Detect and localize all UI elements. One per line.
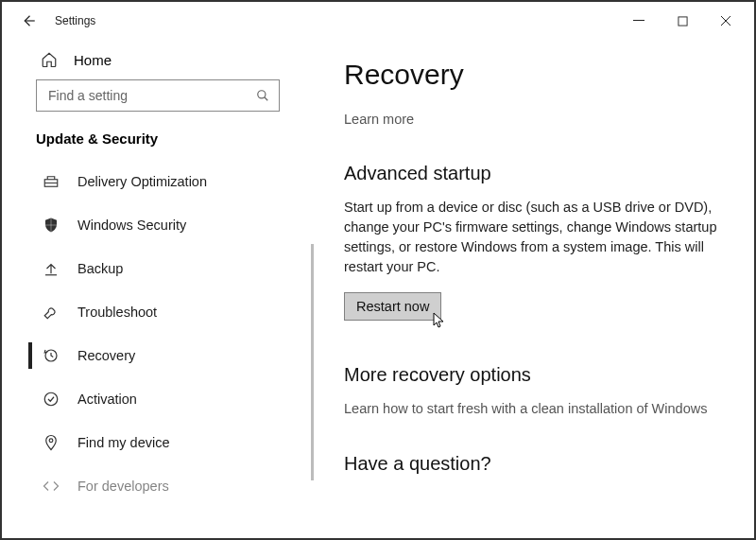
maximize-button[interactable] <box>662 6 703 36</box>
sidebar-item-backup[interactable]: Backup <box>2 247 314 290</box>
svg-rect-1 <box>678 16 686 25</box>
sidebar-item-windows-security[interactable]: Windows Security <box>2 203 314 247</box>
content-pane: Recovery Learn more Advanced startup Sta… <box>314 40 754 538</box>
svg-rect-0 <box>633 20 644 21</box>
sidebar-item-find-my-device[interactable]: Find my device <box>2 421 314 464</box>
shield-icon <box>42 217 60 234</box>
search-box[interactable] <box>36 79 280 112</box>
restart-now-label: Restart now <box>356 299 429 314</box>
maximize-icon <box>678 16 688 26</box>
more-recovery-body[interactable]: Learn how to start fresh with a clean in… <box>344 399 720 419</box>
backup-icon <box>42 260 60 277</box>
window-title: Settings <box>55 14 95 27</box>
sidebar-item-label: Activation <box>77 392 137 407</box>
home-icon <box>40 51 59 68</box>
more-recovery-heading: More recovery options <box>344 364 731 386</box>
sidebar-item-delivery-optimization[interactable]: Delivery Optimization <box>2 160 314 203</box>
sidebar-item-label: Recovery <box>77 348 135 363</box>
sidebar-item-for-developers[interactable]: For developers <box>2 464 314 508</box>
advanced-startup-body: Start up from a device or disc (such as … <box>344 198 720 277</box>
home-nav-item[interactable]: Home <box>2 40 314 79</box>
sidebar-item-label: For developers <box>77 479 169 494</box>
search-input[interactable] <box>46 87 256 104</box>
minimize-button[interactable] <box>618 6 660 36</box>
back-arrow-icon <box>20 12 37 29</box>
sidebar-item-label: Find my device <box>77 435 170 450</box>
titlebar: Settings <box>2 2 754 40</box>
question-heading: Have a question? <box>344 453 731 475</box>
search-icon <box>256 89 269 102</box>
advanced-startup-heading: Advanced startup <box>344 163 731 184</box>
cursor-icon <box>433 312 446 329</box>
wrench-icon <box>42 304 60 321</box>
restart-now-button[interactable]: Restart now <box>344 292 441 321</box>
sidebar-item-label: Troubleshoot <box>77 305 157 320</box>
location-icon <box>42 434 60 451</box>
recovery-icon <box>42 347 60 364</box>
window-controls <box>618 6 747 36</box>
sidebar-item-troubleshoot[interactable]: Troubleshoot <box>2 290 314 334</box>
sidebar-item-label: Backup <box>77 261 123 276</box>
selection-indicator <box>28 342 32 369</box>
developers-icon <box>42 478 60 495</box>
nav-list: Delivery Optimization Windows Security B… <box>2 160 314 508</box>
sidebar-item-recovery[interactable]: Recovery <box>2 334 314 377</box>
svg-point-2 <box>258 91 266 98</box>
sidebar-item-activation[interactable]: Activation <box>2 377 314 421</box>
close-button[interactable] <box>705 6 747 36</box>
home-label: Home <box>74 52 112 68</box>
learn-more-link[interactable]: Learn more <box>344 112 731 127</box>
back-button[interactable] <box>9 2 47 40</box>
svg-point-6 <box>49 439 53 443</box>
category-heading: Update & Security <box>2 131 314 160</box>
minimize-icon <box>633 15 644 26</box>
activation-icon <box>42 391 60 408</box>
delivery-icon <box>42 173 60 190</box>
close-icon <box>720 15 731 26</box>
svg-point-5 <box>44 392 58 406</box>
sidebar-item-label: Windows Security <box>77 218 186 233</box>
navigation-pane: Home Update & Security Delivery Optimiza… <box>2 40 314 538</box>
sidebar-item-label: Delivery Optimization <box>77 174 207 189</box>
page-title: Recovery <box>344 59 731 91</box>
